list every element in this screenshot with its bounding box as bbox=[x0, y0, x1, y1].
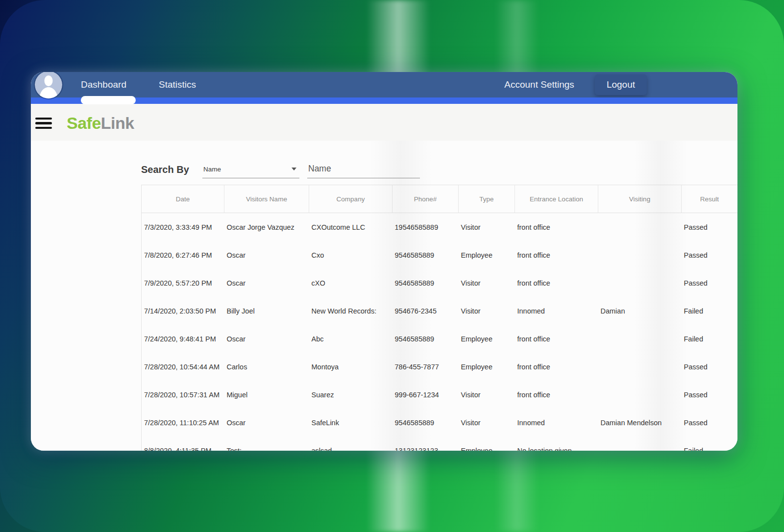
cell-visiting bbox=[598, 436, 682, 451]
cell-date: 7/28/2020, 10:57:31 AM bbox=[142, 381, 224, 409]
search-controls: Search By Name bbox=[141, 141, 737, 178]
cell-company: Cxo bbox=[309, 241, 392, 269]
table-row[interactable]: 8/8/2020, 4:11:35 PMTest:aslsad131231231… bbox=[142, 436, 738, 451]
column-header-date: Date bbox=[142, 185, 224, 213]
search-by-select[interactable]: Name bbox=[202, 166, 299, 178]
cell-company: Suarez bbox=[309, 381, 392, 409]
cell-phone-: 9546585889 bbox=[392, 269, 459, 297]
cell-visiting bbox=[598, 325, 682, 353]
cell-entrance-location: No location given bbox=[515, 436, 598, 451]
cell-company: aslsad bbox=[309, 436, 392, 451]
user-avatar[interactable] bbox=[35, 72, 62, 98]
cell-visitors-name: Oscar bbox=[224, 269, 309, 297]
cell-date: 7/9/2020, 5:57:20 PM bbox=[142, 269, 224, 297]
logo-text-gray: Link bbox=[101, 114, 134, 132]
search-by-label: Search By bbox=[141, 164, 190, 178]
column-header-visitors-name: Visitors Name bbox=[224, 185, 309, 213]
cell-type: Employee bbox=[459, 353, 515, 381]
cell-company: Montoya bbox=[309, 353, 392, 381]
cell-date: 8/8/2020, 4:11:35 PM bbox=[142, 436, 224, 451]
cell-company: SafeLink bbox=[309, 409, 392, 436]
top-navbar: DashboardStatistics Account Settings Log… bbox=[31, 72, 737, 97]
table-row[interactable]: 7/9/2020, 5:57:20 PMOscarcXO9546585889Vi… bbox=[142, 269, 738, 297]
column-header-type: Type bbox=[459, 185, 515, 213]
column-header-phone-: Phone# bbox=[392, 185, 459, 213]
cell-type: Visitor bbox=[459, 409, 515, 436]
app-logo: SafeLink bbox=[67, 114, 134, 133]
cell-phone-: 9546585889 bbox=[392, 409, 459, 436]
search-by-selected-value: Name bbox=[203, 166, 221, 173]
table-row[interactable]: 7/28/2020, 10:57:31 AMMiguelSuarez999-66… bbox=[142, 381, 738, 409]
main-content: Search By Name DateVisitors NameCompanyP… bbox=[31, 141, 737, 451]
search-input[interactable] bbox=[307, 164, 420, 178]
cell-date: 7/3/2020, 3:33:49 PM bbox=[142, 213, 224, 242]
logo-bar: SafeLink bbox=[31, 104, 737, 141]
cell-date: 7/14/2020, 2:03:50 PM bbox=[142, 297, 224, 325]
cell-result: Failed bbox=[682, 297, 738, 325]
nav-statistics[interactable]: Statistics bbox=[159, 79, 196, 90]
cell-entrance-location: front office bbox=[515, 353, 598, 381]
nav-accent-strip bbox=[31, 97, 737, 104]
table-row[interactable]: 7/28/2020, 11:10:25 AMOscarSafeLink95465… bbox=[142, 409, 738, 436]
cell-company: cXO bbox=[309, 269, 392, 297]
column-header-company: Company bbox=[309, 185, 392, 213]
cell-date: 7/24/2020, 9:48:41 PM bbox=[142, 325, 224, 353]
cell-visitors-name: Oscar Jorge Vazquez bbox=[224, 213, 309, 242]
cell-phone-: 9546585889 bbox=[392, 325, 459, 353]
cell-entrance-location: front office bbox=[515, 325, 598, 353]
cell-visitors-name: Oscar bbox=[224, 409, 309, 436]
nav-dashboard-active[interactable]: Dashboard bbox=[81, 79, 126, 90]
table-row[interactable]: 7/14/2020, 2:03:50 PMBilly JoelNew World… bbox=[142, 297, 738, 325]
column-header-result: Result bbox=[682, 185, 738, 213]
chevron-down-icon bbox=[292, 168, 296, 170]
cell-visiting bbox=[598, 213, 682, 242]
cell-visiting: Damian Mendelson bbox=[598, 409, 682, 436]
cell-type: Employee bbox=[459, 325, 515, 353]
cell-type: Visitor bbox=[459, 381, 515, 409]
cell-visitors-name: Oscar bbox=[224, 241, 309, 269]
cell-phone-: 13123123123 bbox=[392, 436, 459, 451]
cell-type: Visitor bbox=[459, 269, 515, 297]
cell-date: 7/8/2020, 6:27:46 PM bbox=[142, 241, 224, 269]
secondary-nav: Account Settings Logout bbox=[504, 74, 737, 95]
cell-visiting bbox=[598, 241, 682, 269]
cell-result: Passed bbox=[682, 409, 738, 436]
cell-visiting: Damian bbox=[598, 297, 682, 325]
table-row[interactable]: 7/8/2020, 6:27:46 PMOscarCxo9546585889Em… bbox=[142, 241, 738, 269]
cell-entrance-location: front office bbox=[515, 213, 598, 242]
app-window: DashboardStatistics Account Settings Log… bbox=[31, 72, 737, 451]
cell-company: Abc bbox=[309, 325, 392, 353]
cell-result: Passed bbox=[682, 213, 738, 242]
cell-result: Passed bbox=[682, 381, 738, 409]
primary-nav: DashboardStatistics bbox=[81, 79, 196, 90]
cell-phone-: 954676-2345 bbox=[392, 297, 459, 325]
cell-company: New World Records: bbox=[309, 297, 392, 325]
table-row[interactable]: 7/24/2020, 9:48:41 PMOscarAbc9546585889E… bbox=[142, 325, 738, 353]
cell-phone-: 786-455-7877 bbox=[392, 353, 459, 381]
cell-entrance-location: front office bbox=[515, 269, 598, 297]
cell-visiting bbox=[598, 381, 682, 409]
table-row[interactable]: 7/3/2020, 3:33:49 PMOscar Jorge VazquezC… bbox=[142, 213, 738, 242]
active-tab-indicator bbox=[81, 96, 136, 104]
logout-button[interactable]: Logout bbox=[595, 74, 647, 95]
column-header-visiting: Visiting bbox=[598, 185, 682, 213]
cell-phone-: 999-667-1234 bbox=[392, 381, 459, 409]
table-row[interactable]: 7/28/2020, 10:54:44 AMCarlosMontoya786-4… bbox=[142, 353, 738, 381]
cell-phone-: 19546585889 bbox=[392, 213, 459, 242]
column-header-entrance-location: Entrance Location bbox=[515, 185, 598, 213]
cell-visiting bbox=[598, 269, 682, 297]
cell-result: Passed bbox=[682, 241, 738, 269]
hamburger-menu-icon[interactable] bbox=[35, 118, 52, 129]
cell-type: Employee bbox=[459, 436, 515, 451]
cell-entrance-location: Innomed bbox=[515, 409, 598, 436]
cell-phone-: 9546585889 bbox=[392, 241, 459, 269]
cell-type: Visitor bbox=[459, 297, 515, 325]
cell-type: Employee bbox=[459, 241, 515, 269]
cell-entrance-location: front office bbox=[515, 241, 598, 269]
cell-type: Visitor bbox=[459, 213, 515, 242]
cell-entrance-location: Innomed bbox=[515, 297, 598, 325]
person-icon bbox=[35, 72, 62, 98]
cell-result: Passed bbox=[682, 353, 738, 381]
nav-account-settings[interactable]: Account Settings bbox=[504, 79, 574, 90]
cell-entrance-location: front office bbox=[515, 381, 598, 409]
